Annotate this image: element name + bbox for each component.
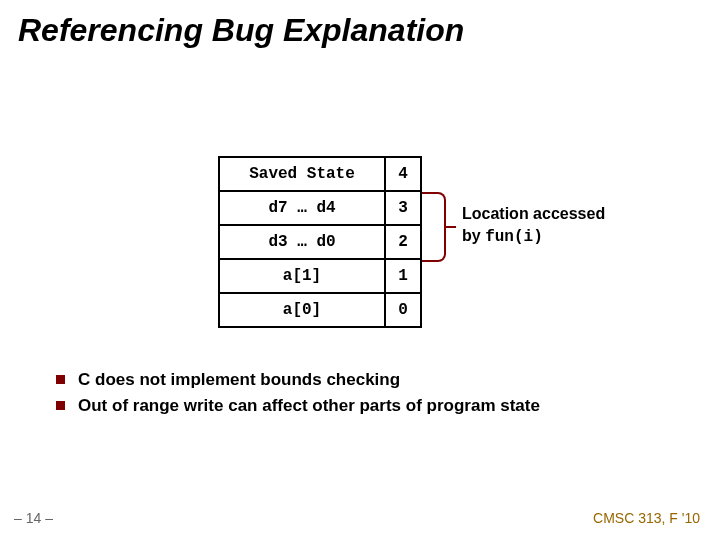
table-row: a[0] 0	[219, 293, 421, 327]
annotation-line1: Location accessed	[462, 205, 605, 222]
bullet-list: C does not implement bounds checking Out…	[56, 370, 540, 422]
page-number: – 14 –	[14, 510, 53, 526]
annotation-code: fun(i)	[485, 228, 543, 246]
stack-cell-index: 1	[385, 259, 421, 293]
stack-cell-content: Saved State	[219, 157, 385, 191]
table-row: d7 … d4 3	[219, 191, 421, 225]
list-item: Out of range write can affect other part…	[56, 396, 540, 416]
table-row: Saved State 4	[219, 157, 421, 191]
annotation-text: Location accessed by fun(i)	[462, 203, 605, 248]
memory-stack-table: Saved State 4 d7 … d4 3 d3 … d0 2 a[1] 1…	[218, 156, 422, 328]
table-row: a[1] 1	[219, 259, 421, 293]
stack-cell-index: 4	[385, 157, 421, 191]
stack-cell-index: 3	[385, 191, 421, 225]
list-item: C does not implement bounds checking	[56, 370, 540, 390]
stack-cell-index: 0	[385, 293, 421, 327]
table-row: d3 … d0 2	[219, 225, 421, 259]
stack-cell-index: 2	[385, 225, 421, 259]
course-label: CMSC 313, F '10	[593, 510, 700, 526]
brace-icon	[422, 192, 446, 262]
stack-cell-content: a[0]	[219, 293, 385, 327]
annotation-line2-prefix: by	[462, 227, 485, 244]
stack-cell-content: d7 … d4	[219, 191, 385, 225]
slide-title: Referencing Bug Explanation	[18, 12, 464, 49]
stack-cell-content: a[1]	[219, 259, 385, 293]
stack-cell-content: d3 … d0	[219, 225, 385, 259]
